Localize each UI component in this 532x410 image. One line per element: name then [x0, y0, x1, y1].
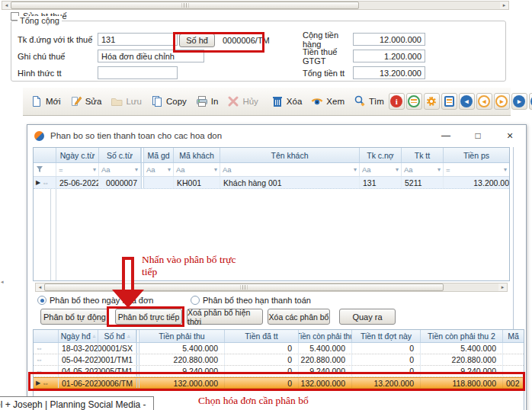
- find-button[interactable]: Tìm: [349, 92, 389, 111]
- row-expand-icon[interactable]: ⇔: [36, 344, 43, 352]
- filter-row-cell[interactable]: [34, 163, 56, 176]
- column-header[interactable]: Tiền còn phải thu 2: [421, 330, 503, 342]
- phan-bo-truc-tiep-button[interactable]: Phân bổ trực tiếp: [115, 309, 182, 325]
- row-expand-icon[interactable]: ⇔: [36, 356, 43, 364]
- delete-button[interactable]: Xóa: [267, 92, 306, 111]
- tien-thue-gtgt-input[interactable]: 1.200.000: [353, 50, 425, 62]
- cell[interactable]: 5.400.000: [139, 343, 225, 354]
- scrollbar-thumb[interactable]: [44, 283, 444, 291]
- phan-bo-tu-dong-button[interactable]: Phân bổ tự động: [40, 309, 109, 325]
- settings-button[interactable]: [424, 93, 440, 110]
- cell[interactable]: 5.400.000: [299, 343, 352, 354]
- scroll-right-icon[interactable]: ▸: [498, 283, 507, 291]
- cell[interactable]: [144, 177, 174, 188]
- next-record-button[interactable]: ▸: [494, 93, 510, 110]
- cell[interactable]: 05-04-2022: [59, 354, 98, 365]
- cell[interactable]: 0: [225, 366, 299, 376]
- cell[interactable]: 04-05-2022: [59, 366, 98, 376]
- previous-record-button[interactable]: ◂: [476, 93, 492, 110]
- filter-dropdown-icon[interactable]: ▾: [504, 166, 507, 173]
- cell[interactable]: 0: [225, 378, 299, 388]
- minimize-button[interactable]: —: [430, 125, 462, 146]
- column-header[interactable]: Mã khách: [174, 148, 220, 162]
- column-header[interactable]: Ngày hđ▵: [59, 330, 98, 342]
- cell[interactable]: 9.240.000: [421, 366, 503, 376]
- cell[interactable]: 13.200.000: [352, 378, 421, 388]
- column-header[interactable]: [34, 330, 59, 342]
- voucher-row[interactable]: ▶⇔ 25-06-2022 0000007 KH001 Khách hàng 0…: [34, 177, 509, 189]
- radio-phan-bo-theo-ngay[interactable]: [37, 296, 46, 305]
- filter-cell[interactable]: Aa▾: [220, 163, 360, 176]
- invoice-row[interactable]: ⇔ 05-04-2022 0000001/TM1 220.880.000 0 2…: [34, 354, 524, 366]
- filter-cell[interactable]: Aa▾: [360, 163, 402, 176]
- column-header[interactable]: Tiền phải thu: [139, 330, 225, 342]
- cell[interactable]: KH001: [174, 177, 220, 188]
- cell[interactable]: 01-06-2022: [59, 378, 98, 388]
- cell[interactable]: 132.000.000: [299, 378, 352, 388]
- xoa-cac-phan-bo-button[interactable]: Xóa các phân bổ: [268, 309, 330, 325]
- column-header[interactable]: Mã gd: [144, 148, 174, 162]
- column-header[interactable]: Ngày c.từ: [56, 148, 99, 162]
- hinh-thuc-tt-input[interactable]: [98, 66, 178, 79]
- cell[interactable]: 5211: [402, 177, 444, 188]
- edit-button[interactable]: Sửa: [66, 92, 107, 111]
- dialog-horizontal-scrollbar[interactable]: ◂ ▸: [35, 283, 508, 292]
- cell[interactable]: 0000005/TM1: [98, 366, 136, 376]
- list-button[interactable]: [406, 93, 422, 110]
- cell[interactable]: 131: [360, 177, 402, 188]
- view-button[interactable]: Xem: [306, 92, 349, 111]
- cong-tien-hang-input[interactable]: 12.000.000: [353, 33, 425, 46]
- help-button[interactable]: ?: [529, 93, 532, 110]
- filter-cell[interactable]: Aa▾: [144, 163, 174, 176]
- ghi-chu-thue-input[interactable]: Hóa đơn điều chỉnh: [98, 50, 204, 62]
- first-record-button[interactable]: ◂: [459, 93, 475, 110]
- filter-cell[interactable]: =▾: [444, 163, 509, 176]
- column-header[interactable]: [34, 148, 56, 162]
- cell[interactable]: 0000001/TM1: [98, 354, 136, 365]
- column-header[interactable]: Tiền ps: [444, 148, 509, 162]
- filter-dropdown-icon[interactable]: ▾: [354, 166, 357, 173]
- column-header[interactable]: Số c.từ: [99, 148, 141, 162]
- filter-dropdown-icon[interactable]: ▾: [396, 166, 399, 173]
- dialog-titlebar[interactable]: Phan bo so tien thanh toan cho cac hoa d…: [27, 125, 526, 146]
- column-header[interactable]: Tiền còn phải thu: [299, 330, 352, 342]
- cell[interactable]: 9.240.000: [139, 366, 225, 376]
- cell[interactable]: [503, 366, 524, 376]
- filter-cell[interactable]: Aa▾: [99, 163, 141, 176]
- new-button[interactable]: Mới: [26, 92, 66, 111]
- cell[interactable]: 13.200.00: [444, 177, 509, 188]
- cell[interactable]: 0000001/SX: [98, 343, 136, 354]
- invoice-row-selected[interactable]: ▶⇔ 01-06-2022 0000006/TM 132.000.000 0 1…: [34, 377, 524, 389]
- column-header[interactable]: Tk tt: [402, 148, 444, 162]
- info-button[interactable]: i: [389, 93, 405, 110]
- cell[interactable]: 0: [225, 354, 299, 365]
- maximize-button[interactable]: □: [462, 125, 494, 146]
- cell[interactable]: 220.880.000: [299, 354, 352, 365]
- cell[interactable]: 0: [352, 343, 421, 354]
- cell[interactable]: 9.240.000: [299, 366, 352, 376]
- column-header[interactable]: Tên khách: [220, 148, 360, 162]
- so-hd-button[interactable]: Số hđ: [179, 34, 215, 47]
- cell[interactable]: 220.880.000: [139, 354, 225, 365]
- cell[interactable]: 0: [352, 354, 421, 365]
- top-horizontal-scrollbar[interactable]: ◂ ▸: [2, 1, 509, 10]
- scroll-left-icon[interactable]: ◂: [36, 283, 44, 291]
- last-record-button[interactable]: ▸: [511, 93, 527, 110]
- filter-dropdown-icon[interactable]: ▾: [437, 166, 441, 173]
- copy-button[interactable]: Copy: [146, 92, 191, 111]
- xoa-phan-bo-hien-thoi-button[interactable]: Xoá phân bổ hiện thời: [187, 309, 263, 325]
- cell[interactable]: 002: [503, 378, 524, 388]
- filter-cell[interactable]: Aa▾: [174, 163, 220, 176]
- invoice-row[interactable]: ⇔ 04-05-2022 0000005/TM1 9.240.000 0 9.2…: [34, 366, 524, 377]
- row-expand-icon[interactable]: ⇔: [36, 367, 43, 375]
- cell[interactable]: 0: [225, 343, 299, 354]
- close-button[interactable]: ×: [494, 125, 526, 146]
- column-header[interactable]: Tk c.nợ: [360, 148, 402, 162]
- filter-dropdown-icon[interactable]: ▾: [135, 166, 138, 173]
- tk-dung-input[interactable]: 131: [98, 33, 178, 46]
- filter-cell[interactable]: =▾: [56, 163, 99, 176]
- filter-dropdown-icon[interactable]: ▾: [168, 166, 171, 173]
- cell[interactable]: [503, 343, 524, 354]
- scrollbar-track[interactable]: [11, 2, 500, 9]
- tong-tien-tt-input[interactable]: 13.200.000: [353, 66, 425, 79]
